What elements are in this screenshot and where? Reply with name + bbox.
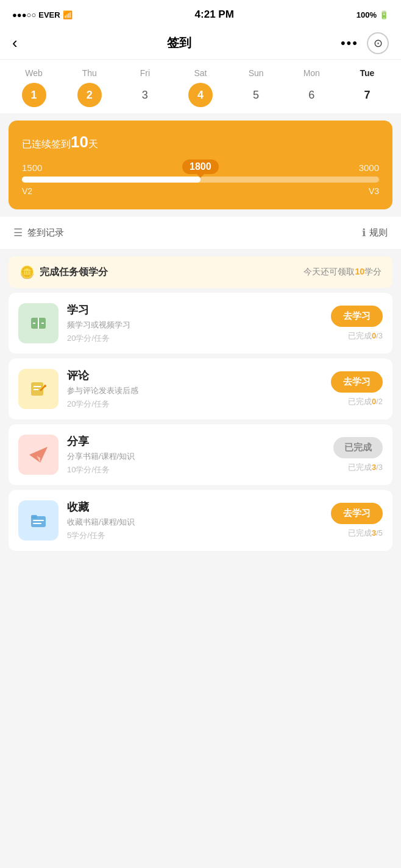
task-icon-2	[18, 435, 59, 475]
task-banner-left: 🪙 完成任务领学分	[20, 265, 108, 279]
task-info-1: 评论 参与评论发表读后感 20学分/任务	[67, 368, 322, 410]
task-info-0: 学习 频学习或视频学习 20学分/任务	[67, 303, 322, 344]
task-desc-2: 分享书籍/课程/知识	[67, 451, 325, 462]
carrier-info: ●●●○○ EVER 📶	[12, 10, 73, 19]
progress-bar-fill	[22, 177, 200, 183]
rule-label: 规则	[369, 227, 388, 239]
cal-day-name-sun: Sun	[229, 68, 284, 83]
task-banner-right: 今天还可领取10学分	[303, 267, 381, 278]
task-item-1: 评论 参与评论发表读后感 20学分/任务 去学习 已完成0/2	[9, 359, 392, 419]
task-icon-1	[18, 369, 59, 409]
task-item-3: 收藏 收藏书籍/课程/知识 5学分/任务 去学习 已完成3/5	[9, 490, 392, 551]
record-label: 签到记录	[27, 227, 64, 239]
progress-label-left: 1500	[22, 163, 42, 173]
task-desc-0: 频学习或视频学习	[67, 320, 322, 331]
svg-marker-9	[29, 447, 48, 463]
task-banner-label: 完成任务领学分	[40, 266, 108, 279]
battery-info: 100% 🔋	[357, 10, 389, 19]
task-btn-2[interactable]: 已完成	[333, 437, 383, 458]
svg-rect-13	[33, 520, 44, 521]
cal-date-7[interactable]: 7	[339, 83, 395, 107]
progress-bar-wrapper: 1800	[22, 177, 379, 183]
v-label-right: V3	[369, 186, 379, 196]
v-label-left: V2	[22, 186, 32, 196]
cal-day-name-mon: Mon	[284, 68, 339, 83]
wifi-icon: 📶	[63, 10, 73, 19]
task-action-3: 去学习 已完成3/5	[331, 503, 383, 539]
task-points-2: 10学分/任务	[67, 464, 325, 475]
svg-rect-12	[31, 515, 37, 519]
cal-day-name-fri: Fri	[117, 68, 172, 83]
task-icon-0	[18, 303, 59, 343]
info-icon: ℹ	[362, 226, 366, 239]
action-row: ☰ 签到记录 ℹ 规则	[0, 217, 401, 249]
progress-v-labels: V2 V3	[22, 186, 379, 196]
status-bar: ●●●○○ EVER 📶 4:21 PM 100% 🔋	[0, 0, 401, 27]
progress-bubble: 1800	[182, 159, 219, 174]
cal-day-name-web: Web	[6, 68, 62, 83]
task-title-3: 收藏	[67, 500, 322, 514]
task-item-0: 学习 频学习或视频学习 20学分/任务 去学习 已完成0/3	[9, 293, 392, 354]
task-btn-3[interactable]: 去学习	[331, 503, 383, 524]
cal-date-1[interactable]: 1	[6, 83, 62, 107]
streak-text: 已连续签到10天	[22, 133, 379, 152]
carrier-name: EVER	[38, 10, 60, 19]
progress-card: 已连续签到10天 1500 3000 1800 V2 V3	[9, 121, 392, 209]
back-button[interactable]: ‹	[12, 33, 18, 52]
task-item-2: 分享 分享书籍/课程/知识 10学分/任务 已完成 已完成3/3	[9, 424, 392, 485]
task-info-3: 收藏 收藏书籍/课程/知识 5学分/任务	[67, 500, 322, 541]
record-button[interactable]: ⊙	[367, 32, 389, 54]
task-btn-1[interactable]: 去学习	[331, 371, 383, 393]
cal-date-4[interactable]: 4	[172, 83, 228, 107]
task-action-2: 已完成 已完成3/3	[333, 437, 383, 473]
task-points-0: 20学分/任务	[67, 333, 322, 344]
task-progress-3: 已完成3/5	[348, 528, 383, 539]
task-info-2: 分享 分享书籍/课程/知识 10学分/任务	[67, 434, 325, 475]
task-title-0: 学习	[67, 303, 322, 317]
calendar-dates: 1234567	[6, 83, 395, 107]
cal-day-name-tue: Tue	[339, 68, 395, 83]
task-progress-2: 已完成3/3	[348, 462, 383, 473]
task-progress-1: 已完成0/2	[348, 396, 383, 407]
battery-icon: 🔋	[379, 10, 389, 19]
record-action[interactable]: ☰ 签到记录	[13, 226, 64, 239]
task-action-0: 去学习 已完成0/3	[331, 306, 383, 341]
svg-rect-14	[33, 523, 41, 524]
rule-action[interactable]: ℹ 规则	[362, 226, 388, 239]
task-title-1: 评论	[67, 368, 322, 383]
status-time: 4:21 PM	[195, 9, 234, 21]
coin-icon: 🪙	[20, 265, 35, 279]
cal-date-5[interactable]: 5	[229, 83, 284, 107]
task-banner: 🪙 完成任务领学分 今天还可领取10学分	[9, 256, 392, 288]
streak-days: 10	[71, 133, 88, 151]
record-icon: ⊙	[374, 37, 383, 50]
record-list-icon: ☰	[13, 226, 23, 239]
calendar-day-names: WebThuFriSatSunMonTue	[6, 68, 395, 83]
task-desc-3: 收藏书籍/课程/知识	[67, 517, 322, 528]
battery-percent: 100%	[357, 10, 377, 19]
page-title: 签到	[167, 35, 191, 51]
signal-dots: ●●●○○	[12, 10, 36, 19]
cal-day-name-thu: Thu	[62, 68, 117, 83]
task-points-3: 5学分/任务	[67, 530, 322, 541]
cal-day-name-sat: Sat	[172, 68, 228, 83]
task-desc-1: 参与评论发表读后感	[67, 385, 322, 396]
progress-label-right: 3000	[359, 163, 379, 173]
task-progress-0: 已完成0/3	[348, 331, 383, 341]
cal-date-2[interactable]: 2	[62, 83, 117, 107]
nav-bar: ‹ 签到 ••• ⊙	[0, 27, 401, 60]
task-action-1: 去学习 已完成0/2	[331, 371, 383, 407]
task-btn-0[interactable]: 去学习	[331, 306, 383, 327]
calendar: WebThuFriSatSunMonTue 1234567	[0, 60, 401, 113]
svg-point-8	[44, 385, 46, 387]
cal-date-3[interactable]: 3	[117, 83, 172, 107]
task-points-1: 20学分/任务	[67, 399, 322, 410]
more-button[interactable]: •••	[341, 35, 358, 51]
cal-date-6[interactable]: 6	[284, 83, 339, 107]
task-title-2: 分享	[67, 434, 325, 449]
nav-actions: ••• ⊙	[341, 32, 389, 54]
task-list: 学习 频学习或视频学习 20学分/任务 去学习 已完成0/3 评论 参与评论发表…	[0, 293, 401, 551]
task-icon-3	[18, 500, 59, 541]
